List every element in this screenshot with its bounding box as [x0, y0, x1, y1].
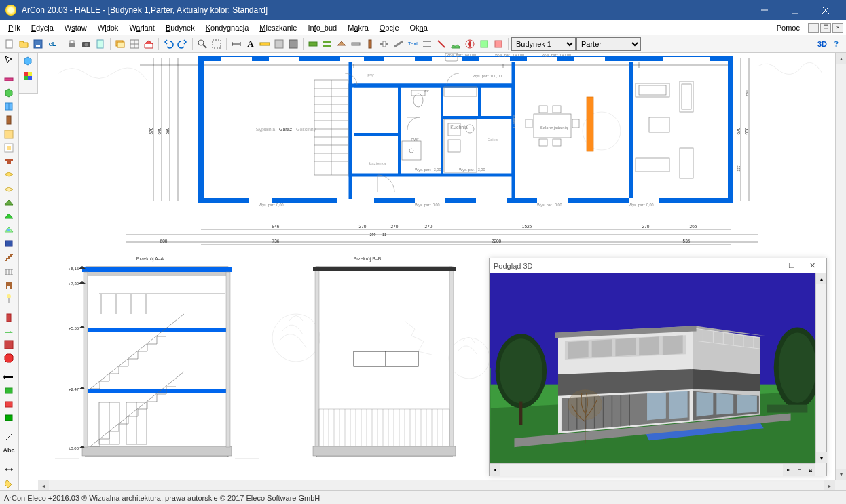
menu-edycja[interactable]: Edycja: [26, 22, 59, 33]
site-tool[interactable]: [1, 338, 16, 351]
stamp-button[interactable]: [492, 37, 505, 51]
dormer-tool[interactable]: [1, 210, 16, 222]
ceiling-tool[interactable]: [1, 182, 16, 195]
furniture-tool[interactable]: [1, 279, 16, 291]
menu-wariant[interactable]: Wariant: [124, 22, 160, 33]
menu-budynek[interactable]: Budynek: [160, 22, 200, 33]
zoom-extents-button[interactable]: [210, 37, 223, 51]
preview-horizontal-scrollbar[interactable]: ◂ ▸ − a: [490, 463, 815, 476]
menu-opcje[interactable]: Opcje: [374, 22, 405, 33]
redo-button[interactable]: [176, 37, 189, 51]
measure-button[interactable]: [258, 37, 272, 51]
menu-plik[interactable]: Plik: [3, 22, 26, 33]
menu-makra[interactable]: Makra: [342, 22, 374, 33]
maximize-button[interactable]: [779, 0, 810, 20]
preview-minimize-button[interactable]: —: [761, 258, 781, 273]
mdi-minimize[interactable]: –: [808, 23, 819, 33]
new-file-button[interactable]: [3, 37, 16, 51]
open-file-button[interactable]: [17, 37, 31, 51]
abc-text-tool[interactable]: Abc: [1, 444, 16, 457]
beam-button[interactable]: [392, 37, 405, 51]
dimension-line-button[interactable]: [229, 37, 243, 51]
hatch2-button[interactable]: [287, 37, 300, 51]
red-panel-tool[interactable]: [1, 398, 16, 410]
plot-button[interactable]: [477, 37, 491, 51]
text-a-button[interactable]: A: [244, 37, 257, 51]
grid-button[interactable]: [128, 37, 141, 51]
layers-button[interactable]: [113, 37, 127, 51]
roof-button[interactable]: [335, 37, 348, 51]
save-button[interactable]: [31, 37, 45, 51]
view-3d-button[interactable]: 3D: [815, 37, 829, 51]
section-button[interactable]: [435, 37, 448, 51]
solar-tool[interactable]: [1, 237, 16, 250]
wall-straight-tool[interactable]: [1, 73, 16, 85]
dark-panel-tool[interactable]: [1, 412, 16, 424]
roof-tool-side[interactable]: [1, 196, 16, 208]
stop-tool[interactable]: [1, 352, 16, 364]
cube-tool[interactable]: [1, 87, 16, 99]
line-draw-tool[interactable]: [1, 431, 16, 443]
scroll-down-button[interactable]: ▾: [836, 469, 846, 480]
floor-select[interactable]: Parter: [576, 37, 641, 51]
room-tool[interactable]: [1, 128, 16, 140]
help-button[interactable]: ?: [830, 37, 843, 51]
preview-maximize-button[interactable]: ☐: [781, 258, 802, 273]
save-cl-button[interactable]: cL: [45, 37, 59, 51]
wall-tool-button[interactable]: [306, 37, 320, 51]
preview-close-button[interactable]: ✕: [802, 258, 822, 273]
scroll-right-button[interactable]: ▸: [824, 480, 835, 490]
preview-3d-titlebar[interactable]: Podgląd 3D — ☐ ✕: [490, 258, 826, 273]
window-tool[interactable]: [1, 100, 16, 113]
door-tool[interactable]: [1, 114, 16, 126]
menu-pomoc[interactable]: Pomoc: [771, 22, 805, 33]
mdi-close[interactable]: ×: [832, 23, 843, 33]
scroll-up-button[interactable]: ▴: [836, 53, 846, 64]
column-button[interactable]: [363, 37, 377, 51]
undo-button[interactable]: [162, 37, 175, 51]
terrain-edit-tool[interactable]: [1, 325, 16, 337]
menu-kondygnacja[interactable]: Kondygnacja: [200, 22, 255, 33]
railing-tool[interactable]: [1, 265, 16, 277]
terrain-button[interactable]: [449, 37, 462, 51]
opening-tool[interactable]: [1, 142, 16, 154]
hatch1-button[interactable]: [272, 37, 286, 51]
mdi-restore[interactable]: ❐: [820, 23, 831, 33]
compass-button[interactable]: [463, 37, 477, 51]
preview-3d-viewport[interactable]: [490, 273, 815, 463]
print-button[interactable]: [65, 37, 79, 51]
building-select[interactable]: Budynek 1: [511, 37, 576, 51]
house-button[interactable]: [142, 37, 155, 51]
menu-infobud[interactable]: Info_bud: [302, 22, 342, 33]
green-panel-tool[interactable]: [1, 385, 16, 397]
preview-3d-window[interactable]: Podgląd 3D — ☐ ✕: [489, 258, 827, 476]
menu-mieszkanie[interactable]: Mieszkanie: [254, 22, 302, 33]
minimize-button[interactable]: [749, 0, 779, 20]
menu-widok[interactable]: Widok: [92, 22, 124, 33]
section-line-tool[interactable]: [1, 371, 16, 383]
lamp-tool[interactable]: [1, 292, 16, 305]
slab-button[interactable]: [349, 37, 363, 51]
cursor-tool[interactable]: [1, 54, 16, 66]
preview-vertical-scrollbar[interactable]: ▴ ▾: [815, 273, 826, 463]
chimney-tool[interactable]: [1, 311, 16, 323]
scroll-left-button[interactable]: ◂: [38, 480, 49, 490]
camera-button[interactable]: [79, 37, 93, 51]
iso-view-button[interactable]: [20, 54, 35, 68]
brick-tool[interactable]: [1, 155, 16, 168]
text-button[interactable]: Text: [406, 37, 420, 51]
dimension-tool[interactable]: [1, 463, 16, 476]
dim-chain-button[interactable]: [420, 37, 434, 51]
wall-layer-button[interactable]: [320, 37, 334, 51]
color-palette-button[interactable]: [20, 69, 35, 83]
vertical-scrollbar[interactable]: ▴ ▾: [835, 53, 846, 480]
import-button[interactable]: [94, 37, 107, 51]
fill-tool[interactable]: [1, 477, 16, 489]
opening-button[interactable]: [378, 37, 391, 51]
close-button[interactable]: [810, 0, 841, 20]
menu-wstaw[interactable]: Wstaw: [59, 22, 92, 33]
stairs-tool[interactable]: [1, 251, 16, 263]
menu-okna[interactable]: Okna: [405, 22, 433, 33]
floor-tool[interactable]: [1, 169, 16, 181]
horizontal-scrollbar[interactable]: ◂ ▸: [38, 480, 835, 490]
